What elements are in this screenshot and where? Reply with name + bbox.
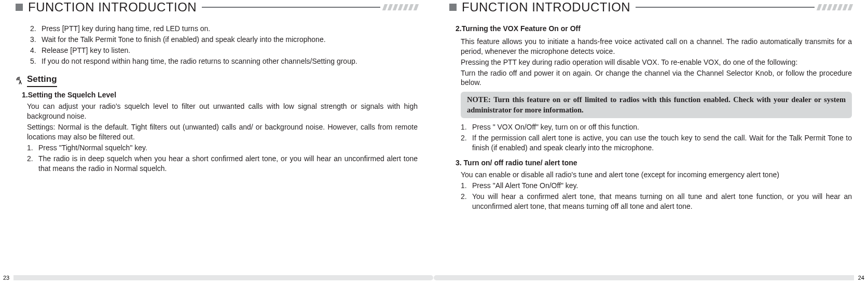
header-hatch-icon xyxy=(818,4,852,10)
list-item: 1.Press " VOX On/Off" key, turn on or of… xyxy=(461,122,852,132)
header-square-icon xyxy=(16,4,23,11)
list-num: 1. xyxy=(461,181,472,191)
tune-p1: You can enable or disable all radio's tu… xyxy=(449,170,852,180)
list-item: 4.Release [PTT] key to listen. xyxy=(30,46,418,55)
list-text: Release [PTT] key to listen. xyxy=(42,46,130,55)
list-text: Press "All Alert Tone On/Off" key. xyxy=(472,181,578,191)
signal-icon xyxy=(16,76,25,85)
list-num: 5. xyxy=(30,56,42,66)
list-text: Press [PTT] key during hang time, red LE… xyxy=(42,24,210,34)
footer-left: 23 xyxy=(0,275,433,281)
footer-right: 24 xyxy=(434,275,867,281)
list-num: 1. xyxy=(27,143,38,153)
header-square-icon xyxy=(449,4,457,11)
header-line xyxy=(636,7,815,8)
list-text: Press "Tight/Normal squelch" key. xyxy=(38,143,147,153)
vox-heading: 2.Turning the VOX Feature On or Off xyxy=(449,24,852,34)
list-item: 1.Press "Tight/Normal squelch" key. xyxy=(27,143,418,153)
page-right: FUNCTION INTRODUCTION 2.Turning the VOX … xyxy=(434,0,867,285)
list-text: Wait for the Talk Permit Tone to finish … xyxy=(42,35,326,45)
list-text: Press " VOX On/Off" key, turn on or off … xyxy=(472,122,639,132)
content-right: 2.Turning the VOX Feature On or Off This… xyxy=(449,24,852,211)
vox-list: 1.Press " VOX On/Off" key, turn on or of… xyxy=(449,122,852,153)
footer-bar xyxy=(13,275,433,280)
vox-p3: Turn the radio off and power it on again… xyxy=(449,68,852,88)
list-num: 1. xyxy=(461,122,472,132)
list-num: 4. xyxy=(30,46,42,55)
squelch-list: 1.Press "Tight/Normal squelch" key. 2.Th… xyxy=(16,143,418,174)
header-line xyxy=(202,7,380,8)
list-item: 2.You will hear a confirmed alert tone, … xyxy=(461,192,852,211)
footer-bar xyxy=(434,275,854,280)
header-title: FUNCTION INTRODUCTION xyxy=(28,0,197,15)
squelch-p1: You can adjust your radio's squelch leve… xyxy=(16,102,418,121)
page-number: 24 xyxy=(854,275,867,281)
list-num: 2. xyxy=(461,133,472,153)
section-title: Setting xyxy=(27,74,57,87)
list-text: You will hear a confirmed alert tone, th… xyxy=(472,192,852,211)
vox-p1: This feature allows you to initiate a ha… xyxy=(449,37,852,56)
list-item: 2.Press [PTT] key during hang time, red … xyxy=(30,24,418,34)
vox-p2: Pressing the PTT key during radio operat… xyxy=(449,58,852,67)
list-item: 5.If you do not respond within hang time… xyxy=(30,56,418,66)
list-item: 1.Press "All Alert Tone On/Off" key. xyxy=(461,181,852,191)
list-num: 2. xyxy=(27,154,38,174)
list-num: 2. xyxy=(30,24,42,34)
section-row: Setting xyxy=(16,74,418,87)
steps-list: 2.Press [PTT] key during hang time, red … xyxy=(16,24,418,66)
squelch-heading: 1.Setting the Squelch Level xyxy=(16,90,418,100)
list-num: 2. xyxy=(461,192,472,211)
header-title: FUNCTION INTRODUCTION xyxy=(462,0,630,15)
list-text: The radio is in deep squelch when you he… xyxy=(38,154,418,174)
tune-list: 1.Press "All Alert Tone On/Off" key. 2.Y… xyxy=(449,181,852,211)
list-text: If the permission call alert tone is act… xyxy=(472,133,852,153)
header-row: FUNCTION INTRODUCTION xyxy=(449,0,852,15)
squelch-p2: Settings: Normal is the default. Tight f… xyxy=(16,122,418,142)
page-number: 23 xyxy=(0,275,13,281)
header-row: FUNCTION INTRODUCTION xyxy=(16,0,418,15)
list-item: 2.The radio is in deep squelch when you … xyxy=(27,154,418,174)
note-box: NOTE: Turn this feature on or off limite… xyxy=(461,92,852,118)
list-num: 3. xyxy=(30,35,42,45)
list-item: 3.Wait for the Talk Permit Tone to finis… xyxy=(30,35,418,45)
list-text: If you do not respond within hang time, … xyxy=(42,56,357,66)
list-item: 2.If the permission call alert tone is a… xyxy=(461,133,852,153)
content-left: 2.Press [PTT] key during hang time, red … xyxy=(16,24,418,174)
page-left: FUNCTION INTRODUCTION 2.Press [PTT] key … xyxy=(0,0,434,285)
tune-heading: 3. Turn on/ off radio tune/ alert tone xyxy=(449,158,852,168)
header-hatch-icon xyxy=(383,4,418,10)
